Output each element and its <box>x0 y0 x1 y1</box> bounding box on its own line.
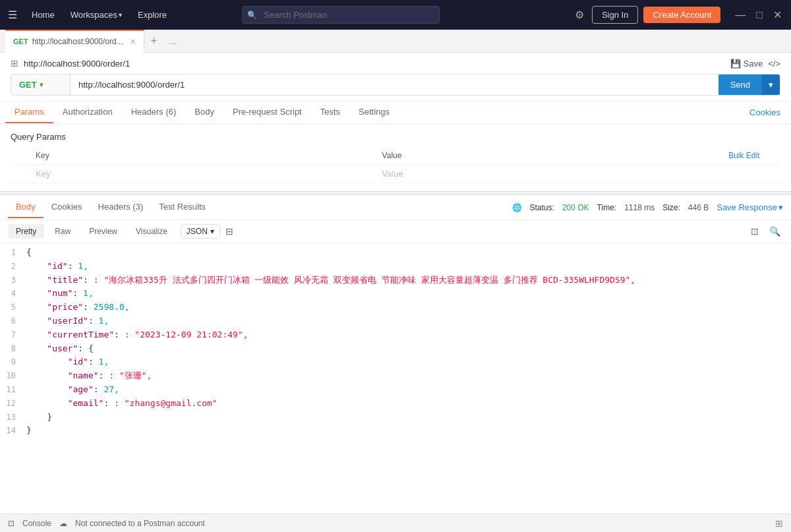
search-bar: 🔍 <box>242 6 440 24</box>
menu-icon[interactable]: ☰ <box>5 6 20 24</box>
format-bar: Pretty Raw Preview Visualize JSON ▾ ⊟ ⊡ … <box>0 220 791 243</box>
tab-add-button[interactable]: + <box>144 35 163 47</box>
line-number: 6 <box>5 314 26 328</box>
json-line: 12 "email": : "zhangs@gmail.com" <box>0 397 791 411</box>
line-content: "price": 2598.0, <box>26 301 786 314</box>
settings-icon[interactable]: ⚙ <box>572 6 587 24</box>
method-chevron-icon: ▾ <box>40 81 43 88</box>
size-label: Size: <box>662 203 680 212</box>
line-number: 13 <box>5 411 26 424</box>
json-line: 10 "name": : "张珊", <box>0 369 791 383</box>
close-button[interactable]: ✕ <box>769 7 786 22</box>
save-button[interactable]: 💾 Save <box>730 59 763 69</box>
response-tabs-bar: Body Cookies Headers (3) Test Results 🌐 … <box>0 195 791 220</box>
bottom-bar: ⊡ Console ☁ Not connected to a Postman a… <box>0 514 791 532</box>
line-number: 10 <box>5 369 26 382</box>
tab-headers[interactable]: Headers (6) <box>122 102 186 123</box>
fmt-tab-preview[interactable]: Preview <box>81 224 125 239</box>
line-number: 1 <box>5 246 26 259</box>
tab-more-button[interactable]: ... <box>163 36 182 46</box>
line-number: 9 <box>5 355 26 369</box>
search-input[interactable] <box>242 6 440 24</box>
cookies-link[interactable]: Cookies <box>744 102 786 123</box>
create-account-button[interactable]: Create Account <box>643 7 720 23</box>
tab-bar: GET http://localhost:9000/ord... ✕ + ... <box>0 30 791 53</box>
resp-tab-cookies[interactable]: Cookies <box>44 196 90 218</box>
minimize-button[interactable]: — <box>731 7 749 22</box>
nav-workspaces[interactable]: Workspaces ▾ <box>64 7 129 22</box>
params-table: Key Value Bulk Edit Key Value <box>11 147 780 183</box>
topbar-actions: ⚙ Sign In Create Account <box>572 6 720 24</box>
request-tab[interactable]: GET http://localhost:9000/ord... ✕ <box>5 30 144 53</box>
line-number: 7 <box>5 328 26 341</box>
globe-icon: 🌐 <box>512 203 522 212</box>
json-line: 6 "userId": 1, <box>0 314 791 328</box>
line-number: 4 <box>5 287 26 300</box>
layout-icon[interactable]: ⊞ <box>775 518 783 529</box>
search-json-button[interactable]: 🔍 <box>767 225 783 238</box>
params-check-cell <box>11 165 30 183</box>
tab-authorization[interactable]: Authorization <box>53 102 122 123</box>
method-select[interactable]: GET ▾ <box>11 74 71 95</box>
request-tabs: Params Authorization Headers (6) Body Pr… <box>0 102 791 124</box>
resp-tab-body[interactable]: Body <box>8 196 44 218</box>
json-line: 11 "age": 27, <box>0 383 791 397</box>
signin-button[interactable]: Sign In <box>592 6 638 24</box>
maximize-button[interactable]: □ <box>752 7 767 22</box>
params-value-cell[interactable]: Value <box>377 165 724 183</box>
time-value: 1118 ms <box>624 203 655 212</box>
send-button[interactable]: Send <box>718 74 762 95</box>
line-number: 14 <box>5 424 26 437</box>
nav-explore[interactable]: Explore <box>131 7 173 22</box>
line-number: 3 <box>5 274 26 287</box>
fmt-tab-pretty[interactable]: Pretty <box>8 224 44 239</box>
fmt-tab-raw[interactable]: Raw <box>47 224 78 239</box>
save-icon: 💾 <box>730 59 741 69</box>
json-line: 2 "id": 1, <box>0 260 791 274</box>
topbar: ☰ Home Workspaces ▾ Explore 🔍 ⚙ Sign In … <box>0 0 791 30</box>
line-content: "title": : "海尔冰箱335升 法式多门四开门冰箱 一级能效 风冷无霜… <box>26 274 786 287</box>
tab-close-icon[interactable]: ✕ <box>130 38 136 46</box>
resp-tab-test-results[interactable]: Test Results <box>151 196 214 218</box>
request-actions: 💾 Save </> <box>730 59 780 69</box>
send-dropdown-button[interactable]: ▾ <box>762 74 780 95</box>
window-controls: — □ ✕ <box>731 7 786 22</box>
params-key-header: Key <box>30 147 377 165</box>
request-area: ⊞ http://localhost:9000/order/1 💾 Save <… <box>0 53 791 102</box>
json-line: 5 "price": 2598.0, <box>0 301 791 314</box>
line-content: "num": 1, <box>26 287 786 301</box>
json-line: 9 "id": 1, <box>0 355 791 369</box>
json-line: 3 "title": : "海尔冰箱335升 法式多门四开门冰箱 一级能效 风冷… <box>0 274 791 287</box>
tab-params[interactable]: Params <box>5 102 53 123</box>
tab-body[interactable]: Body <box>185 102 223 123</box>
tab-pre-request[interactable]: Pre-request Script <box>223 102 311 123</box>
response-area: Body Cookies Headers (3) Test Results 🌐 … <box>0 195 791 514</box>
response-body[interactable]: 1{2 "id": 1,3 "title": : "海尔冰箱335升 法式多门四… <box>0 243 791 514</box>
nav-home[interactable]: Home <box>25 7 61 22</box>
topbar-nav: Home Workspaces ▾ Explore <box>25 7 173 22</box>
fmt-tab-visualize[interactable]: Visualize <box>128 224 175 239</box>
connection-label: Not connected to a Postman account <box>75 519 205 528</box>
params-check-header <box>11 147 30 165</box>
filter-icon-button[interactable]: ⊟ <box>223 225 236 238</box>
tab-tests[interactable]: Tests <box>311 102 349 123</box>
line-content: "email": : "zhangs@gmail.com" <box>26 397 786 411</box>
line-number: 11 <box>5 383 26 396</box>
bulk-edit-header[interactable]: Bulk Edit <box>723 147 780 165</box>
line-content: "id": 1, <box>26 260 786 274</box>
tab-settings[interactable]: Settings <box>349 102 399 123</box>
code-button[interactable]: </> <box>768 59 780 69</box>
params-key-cell[interactable]: Key <box>30 165 377 183</box>
response-status-bar: 🌐 Status: 200 OK Time: 1118 ms Size: 446… <box>512 202 783 212</box>
resp-tab-headers[interactable]: Headers (3) <box>90 196 152 218</box>
console-label[interactable]: Console <box>22 519 51 528</box>
url-input[interactable] <box>71 74 718 95</box>
tab-url-label: http://localhost:9000/ord... <box>32 37 123 46</box>
query-params-title: Query Params <box>11 132 780 142</box>
url-bar: GET ▾ Send ▾ <box>11 74 780 96</box>
request-header: ⊞ http://localhost:9000/order/1 💾 Save <… <box>11 58 780 69</box>
save-response-button[interactable]: Save Response ▾ <box>717 202 783 212</box>
copy-button[interactable]: ⊡ <box>748 225 761 238</box>
line-number: 5 <box>5 301 26 314</box>
format-select[interactable]: JSON ▾ <box>181 224 220 239</box>
